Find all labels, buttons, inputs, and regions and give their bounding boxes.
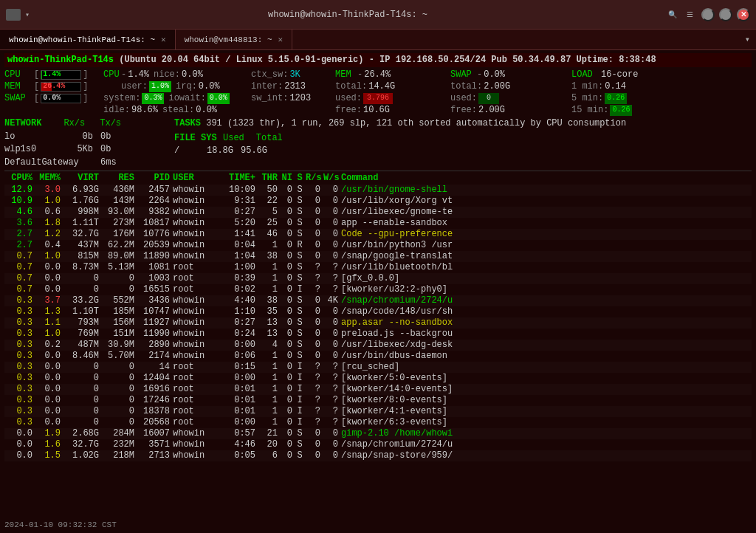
ctx-3: sw_int: 1203	[251, 92, 329, 104]
wlp-row: wlp1s0 5Kb 0b	[4, 143, 174, 156]
tasks-label: TASKS	[174, 118, 201, 128]
proc-table-header: CPU% MEM% VIRT RES PID USER TIME+ THR NI…	[4, 171, 752, 185]
proc-row-9: 0.7 0.0 0 0 16515 root 0:02 1 0 I ? ? [k…	[4, 284, 752, 295]
header-thr: THR	[258, 172, 281, 185]
cpu-detail-1: CPU - 1.4% nice: 0.0%	[103, 69, 248, 80]
ip-value: 192.168.50.254/24	[396, 55, 492, 65]
swap-detail-2: total: 2.00G	[450, 80, 566, 92]
minimize-button[interactable]	[701, 8, 715, 21]
load-detail-3: 5 min: 0.26	[571, 92, 752, 104]
gw-row: DefaultGateway 6ms	[4, 157, 174, 169]
proc-thr: 6	[258, 450, 281, 462]
filesys-title: FILE SYS	[174, 132, 219, 145]
proc-row-6: 0.7 1.0 815M 89.0M 11890 whowin 1:04 38 …	[4, 251, 752, 262]
proc-s: S	[295, 450, 306, 462]
mem-bar: 26.4%	[41, 82, 81, 92]
filesys-used-label: Used	[223, 132, 244, 145]
tx-label: Tx/s	[100, 117, 121, 130]
proc-row-3: 3.6 1.8 1.11T 273M 10817 whowin 5:20 25 …	[4, 218, 752, 229]
cpu-detail-4: idle: 98.6% steal: 0.0%	[103, 104, 248, 116]
cpu-bar: 1.4%	[41, 70, 81, 80]
swap-detail-4: free: 2.00G	[450, 104, 566, 116]
tab-1[interactable]: whowin@whowin-ThinkPad-T14s: ~ ✕	[0, 30, 176, 49]
load-details: LOAD 16-core 1 min: 0.14 5 min: 0.26 15 …	[566, 69, 752, 116]
proc-row-14: 0.3 0.2 487M 30.9M 2890 whowin 0:00 4 0 …	[4, 340, 752, 351]
proc-row-7: 0.7 0.0 8.73M 5.13M 1081 root 1:00 1 0 S…	[4, 262, 752, 273]
tab-2[interactable]: whowin@vm448813: ~ ✕	[176, 30, 292, 49]
filesys-total-label: Total	[256, 132, 283, 145]
tab-1-label: whowin@whowin-ThinkPad-T14s: ~	[9, 35, 155, 44]
proc-row-24: 0.0 1.5 1.02G 218M 2713 whowin 0:05 6 0 …	[4, 450, 752, 461]
rx-label: Rx/s	[63, 117, 85, 130]
os-info: (Ubuntu 20.04 64bit / Linux 5.15.0-91-ge…	[119, 55, 379, 65]
mem-detail-3: used: 3.796	[335, 92, 447, 104]
load-detail-2: 1 min: 0.14	[571, 80, 752, 92]
cpu-detail-3: system: 0.3% iowait: 0.0%	[103, 92, 248, 104]
ctx-2: inter: 2313	[251, 80, 329, 92]
wlp-rx: 5Kb	[63, 143, 93, 156]
maximize-button[interactable]	[719, 8, 732, 21]
hostname: whowin-ThinkPad-T14s	[7, 55, 114, 65]
header-ni: NI	[281, 172, 295, 185]
ctx-1: ctx_sw: 3K	[251, 69, 329, 80]
network-tasks-row: NETWORK Rx/s Tx/s lo 0b 0b wlp1s0 5Kb 0b…	[4, 117, 752, 169]
status-bar: 2024-01-10 09:32:32 CST	[0, 518, 756, 533]
proc-user: whowin	[173, 450, 217, 462]
resource-bars: CPU [ 1.4% ] MEM [ 26.4% ] SWAP [	[4, 69, 100, 116]
wlp-name: wlp1s0	[4, 143, 56, 156]
close-button[interactable]: ✕	[737, 8, 750, 21]
tab-2-label: whowin@vm448813: ~	[185, 35, 272, 44]
gw-val: 6ms	[100, 157, 117, 169]
tab-2-close[interactable]: ✕	[278, 35, 284, 44]
proc-row-16: 0.3 0.0 0 0 14 root 0:15 1 0 I ? ? [rcu_…	[4, 362, 752, 373]
header-cmd: Command	[341, 172, 752, 185]
header-s: S	[295, 172, 306, 185]
lo-tx: 0b	[100, 131, 111, 143]
tasks-filesys: TASKS 391 (1323 thr), 1 run, 269 slp, 12…	[174, 117, 752, 169]
header-rs: R/s	[306, 172, 323, 185]
search-button[interactable]: 🔍	[666, 8, 679, 21]
header-time: TIME+	[217, 172, 258, 185]
tasks-line: TASKS 391 (1323 thr), 1 run, 269 slp, 12…	[174, 117, 752, 130]
cpu-details: CPU - 1.4% nice: 0.0% user: 1.0% irq: 0.…	[100, 69, 248, 116]
proc-row-18: 0.3 0.0 0 0 16916 root 0:01 1 0 I ? ? [k…	[4, 384, 752, 395]
proc-virt: 1.02G	[63, 450, 102, 462]
uptime-label: Uptime:	[577, 55, 614, 65]
lo-rx: 0b	[63, 131, 93, 143]
tab-1-close[interactable]: ✕	[161, 35, 166, 44]
menu-button[interactable]: ☰	[684, 8, 697, 21]
gw-name: DefaultGateway	[4, 157, 93, 169]
swap-detail-1: SWAP - 0.0%	[450, 69, 566, 80]
proc-ws: 0	[323, 450, 341, 462]
proc-table: 12.9 3.0 6.93G 436M 2457 whowin 10:09 50…	[4, 185, 752, 461]
proc-row-17: 0.3 0.0 0 0 12404 root 0:00 1 0 I ? ? [k…	[4, 373, 752, 384]
swap-bar: 0.0%	[41, 94, 81, 103]
proc-row-13: 0.3 1.0 769M 151M 11990 whowin 0:24 13 0…	[4, 329, 752, 340]
proc-row-21: 0.3 0.0 0 0 20568 root 0:00 1 0 I ? ? [k…	[4, 417, 752, 428]
mem-label: MEM	[4, 80, 32, 93]
title-bar: ▾ whowin@whowin-ThinkPad-T14s: ~ 🔍 ☰ ✕	[0, 0, 756, 30]
header-user: USER	[173, 172, 217, 185]
proc-row-0: 12.9 3.0 6.93G 436M 2457 whowin 10:09 50…	[4, 185, 752, 196]
network-section: NETWORK Rx/s Tx/s lo 0b 0b wlp1s0 5Kb 0b…	[4, 117, 174, 169]
proc-mem: 1.5	[35, 450, 63, 462]
filesys-root-row: / 18.8G 95.6G	[174, 145, 752, 157]
proc-row-23: 0.0 1.6 32.7G 232M 3571 whowin 4:46 20 0…	[4, 439, 752, 450]
proc-row-11: 0.3 1.3 1.10T 185M 10747 whowin 1:10 35 …	[4, 306, 752, 317]
proc-pid: 2713	[137, 450, 173, 462]
datetime: 2024-01-10 09:32:32 CST	[4, 520, 117, 529]
header-mem: MEM%	[35, 172, 63, 185]
dropdown-arrow[interactable]: ▾	[25, 10, 30, 19]
header-cpu: CPU%	[4, 172, 35, 185]
header-ws: W/s	[323, 172, 341, 185]
mem-detail-4: free: 10.6G	[335, 104, 447, 116]
pub-ip: 50.34.49.87	[512, 55, 576, 65]
root-name: /	[174, 145, 189, 157]
lo-name: lo	[4, 131, 56, 143]
proc-row-15: 0.3 0.0 8.46M 5.70M 2174 whowin 0:06 1 0…	[4, 351, 752, 362]
mem-details: MEM - 26.4% total: 14.4G used: 3.796 fre…	[329, 69, 447, 116]
tab-dropdown[interactable]: ▾	[739, 30, 756, 49]
cpu-bar-row: CPU [ 1.4% ]	[4, 69, 100, 80]
swap-label: SWAP	[4, 92, 32, 105]
proc-row-19: 0.3 0.0 0 0 17246 root 0:01 1 0 I ? ? [k…	[4, 395, 752, 406]
